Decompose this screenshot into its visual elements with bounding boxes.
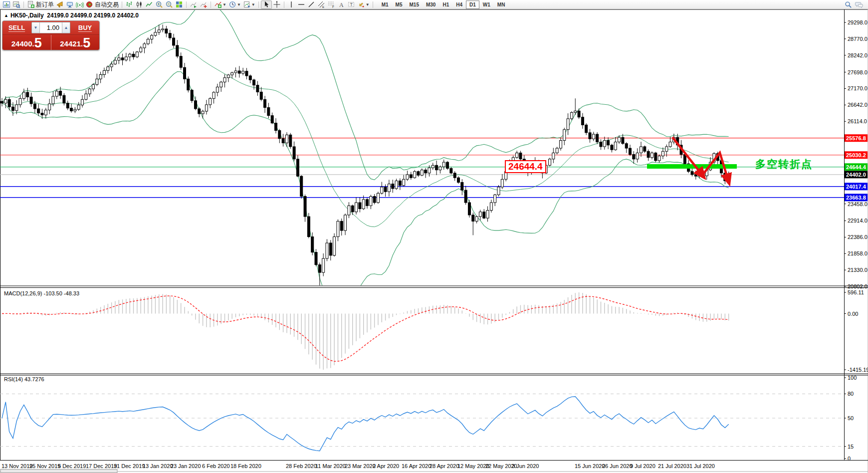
volume-decrease-button[interactable]: ▼	[32, 22, 40, 33]
price-level-tag: 23663.8	[846, 195, 866, 201]
price-axis-label: 28242.0	[848, 52, 868, 58]
auto-scroll-button[interactable]	[189, 0, 199, 9]
chart-shift-button[interactable]	[199, 0, 209, 9]
tile-windows-button[interactable]	[174, 0, 184, 9]
date-axis-label: 25 Nov 2019	[29, 463, 60, 469]
crosshair-button[interactable]	[272, 0, 282, 9]
toolbar-separator	[122, 1, 122, 8]
alerts-button[interactable]	[55, 0, 65, 9]
candlestick-chart-button[interactable]	[134, 0, 144, 9]
sell-price[interactable]: 24400.5	[2, 35, 51, 50]
date-axis-label: 21 Jul 2020	[658, 463, 686, 469]
price-axis-label: 21330.0	[848, 267, 868, 273]
date-axis[interactable]: 13 Nov 201925 Nov 20195 Dec 201917 Dec 2…	[1, 463, 715, 469]
price-axis-label: 27170.0	[848, 85, 868, 91]
crosshair-icon	[273, 0, 281, 8]
vertical-line-tool[interactable]	[286, 0, 296, 9]
toolbar-separator	[23, 1, 24, 8]
search-icon[interactable]	[845, 1, 852, 8]
timeframe-button-M1[interactable]: M1	[378, 0, 392, 9]
channel-tool[interactable]: E	[316, 0, 326, 9]
price-level-tag: 24644.4	[846, 164, 867, 170]
date-axis-label: 17 Dec 2019	[86, 463, 117, 469]
macd-panel: 596.110.00-1415.19	[1, 289, 868, 373]
bar-chart-button[interactable]	[124, 0, 134, 9]
chart-profile-icon	[12, 0, 20, 8]
timeframe-button-W1[interactable]: W1	[479, 0, 494, 9]
text-tool[interactable]: A	[336, 0, 346, 9]
horizontal-line-tool[interactable]	[296, 0, 306, 9]
terminal-button[interactable]	[65, 0, 75, 9]
text-label-tool[interactable]: T	[346, 0, 356, 9]
chat-icon[interactable]	[855, 1, 864, 8]
new-order-label: 新订单	[36, 0, 54, 9]
cursor-button[interactable]	[261, 0, 272, 9]
templates-button[interactable]: ▼	[242, 0, 256, 9]
toolbar-separator	[186, 1, 187, 8]
volume-input[interactable]: 1.00	[40, 22, 62, 33]
rsi-axis-label: 50	[848, 415, 854, 421]
sell-button[interactable]: SELL	[2, 21, 31, 34]
price-callout-box[interactable]: 24644.4	[505, 160, 546, 173]
timeframe-button-H1[interactable]: H1	[439, 0, 452, 9]
horizontal-scrollbar-thumb[interactable]	[0, 470, 117, 473]
price-level-tag: 24402.0	[846, 172, 866, 178]
toolbar-separator	[211, 1, 211, 8]
new-chart-icon	[2, 0, 10, 8]
sell-price-big-digit: 5	[34, 36, 42, 50]
toolbar-separator	[284, 1, 284, 8]
volume-increase-button[interactable]: ▲	[62, 22, 70, 33]
date-axis-label: 23 Mar 2020	[345, 463, 376, 469]
timeframe-button-H4[interactable]: H4	[452, 0, 466, 9]
date-axis-label: 28 Feb 2020	[286, 463, 317, 469]
macd-axis-label: 596.11	[848, 289, 864, 295]
date-axis-label: 31 Dec 2019	[114, 463, 145, 469]
zoom-out-icon	[165, 0, 173, 8]
autotrading-button[interactable]: 自动交易	[85, 0, 120, 9]
text-icon: A	[337, 0, 345, 8]
price-axis-label: 29298.0	[848, 19, 868, 25]
periods-button[interactable]: ▼	[227, 0, 242, 9]
date-axis-label: 9 Jul 2020	[630, 463, 655, 469]
chart-canvas[interactable]: 29298.028770.028242.027698.027170.026642…	[0, 0, 868, 473]
buy-button[interactable]: BUY	[71, 21, 99, 34]
new-order-button[interactable]: 新订单	[26, 0, 55, 9]
date-axis-label: 3 Jun 2020	[512, 463, 539, 469]
date-axis-label: 15 Jun 2020	[575, 463, 605, 469]
signals-button[interactable]	[75, 0, 85, 9]
fibonacci-tool[interactable]: F	[326, 0, 336, 9]
buy-price[interactable]: 24421.5	[51, 35, 100, 50]
pivot-annotation-text[interactable]: 多空转折点	[755, 157, 813, 171]
price-level-tag: 25576.8	[846, 135, 866, 141]
timeframe-button-M15[interactable]: M15	[406, 0, 423, 9]
date-axis-label: 13 Jan 2020	[143, 463, 173, 469]
timeframe-button-M30[interactable]: M30	[423, 0, 439, 9]
rsi-panel: 1008050150	[0, 375, 857, 462]
trendline-tool[interactable]	[306, 0, 316, 9]
profiles-button[interactable]	[11, 0, 21, 9]
zoom-in-icon	[155, 0, 163, 8]
price-axis-label: 28770.0	[848, 36, 868, 42]
price-axis[interactable]: 29298.028770.028242.027698.027170.026642…	[844, 19, 868, 289]
chevron-down-icon: ▼	[366, 2, 370, 7]
templates-icon	[243, 0, 251, 8]
price-level-tag: 24017.4	[846, 184, 867, 190]
timeframe-button-D1[interactable]: D1	[466, 0, 479, 9]
zoom-in-button[interactable]	[154, 0, 164, 9]
svg-text:T: T	[350, 2, 353, 7]
bar-chart-icon	[125, 0, 133, 8]
indicators-button[interactable]: ▼	[213, 0, 227, 9]
date-axis-label: 16 Apr 2020	[402, 463, 431, 469]
timeframe-button-M5[interactable]: M5	[392, 0, 406, 9]
symbol-period: HK50-,Daily	[10, 12, 44, 19]
new-chart-button[interactable]	[1, 0, 11, 9]
zoom-out-button[interactable]	[164, 0, 174, 9]
timeframe-button-MN[interactable]: MN	[494, 0, 509, 9]
collapse-arrow-icon[interactable]: ▲	[4, 13, 8, 18]
line-chart-button[interactable]	[144, 0, 154, 9]
autotrading-label: 自动交易	[95, 0, 119, 9]
arrow-tools-icon	[357, 0, 365, 8]
price-axis-label: 26114.0	[848, 118, 867, 124]
arrow-tools-button[interactable]: ▼	[356, 0, 371, 9]
autotrading-icon	[86, 0, 94, 8]
